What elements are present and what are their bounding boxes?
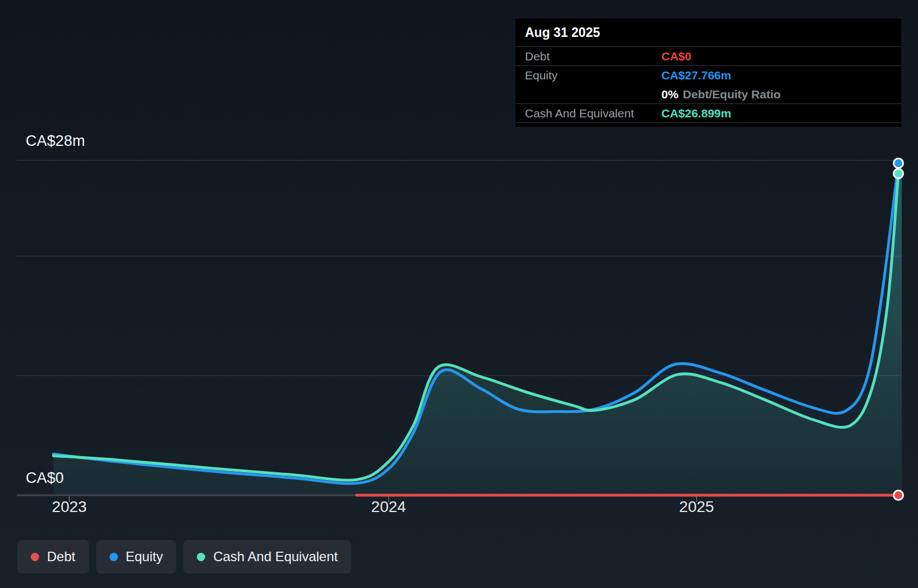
tooltip-ratio-value: 0% — [661, 88, 678, 101]
tooltip-debt-value: CA$0 — [661, 50, 692, 63]
tooltip-cash-value: CA$26.899m — [661, 107, 731, 120]
tooltip-date: Aug 31 2025 — [515, 18, 901, 47]
x-axis-tick-2023: 2023 — [52, 498, 87, 516]
legend-cash-label: Cash And Equivalent — [213, 549, 338, 565]
y-axis-zero-label: CA$0 — [26, 470, 64, 487]
tooltip-cash-label: Cash And Equivalent — [525, 107, 661, 120]
tooltip-equity-label: Equity — [525, 69, 661, 82]
chart-tooltip: Aug 31 2025 Debt CA$0 Equity CA$27.766m … — [515, 18, 901, 127]
tooltip-row-cash: Cash And Equivalent CA$26.899m — [515, 104, 901, 123]
legend-item-cash[interactable]: Cash And Equivalent — [183, 540, 351, 573]
tooltip-debt-label: Debt — [525, 50, 661, 63]
y-axis-max-label: CA$28m — [26, 132, 85, 150]
chart-legend: Debt Equity Cash And Equivalent — [17, 540, 351, 573]
equity-series-dot-icon — [110, 553, 118, 561]
debt-series-dot-icon — [31, 553, 39, 561]
tooltip-equity-value: CA$27.766m — [661, 69, 731, 82]
cash-series-dot-icon — [197, 553, 205, 561]
tooltip-row-debt: Debt CA$0 — [515, 47, 901, 66]
legend-debt-label: Debt — [47, 549, 75, 565]
tooltip-row-equity: Equity CA$27.766m — [515, 66, 901, 85]
tooltip-ratio-label: Debt/Equity Ratio — [683, 88, 780, 101]
tooltip-row-ratio: 0% Debt/Equity Ratio — [515, 85, 901, 104]
x-axis-tick-2024: 2024 — [371, 498, 406, 516]
x-axis-tick-2025: 2025 — [679, 498, 714, 516]
legend-item-debt[interactable]: Debt — [17, 540, 89, 573]
legend-item-equity[interactable]: Equity — [96, 540, 177, 573]
legend-equity-label: Equity — [126, 549, 163, 565]
debt-equity-history-chart: CA$28m CA$0 2023 2024 2025 Aug 31 2025 D… — [0, 0, 918, 588]
